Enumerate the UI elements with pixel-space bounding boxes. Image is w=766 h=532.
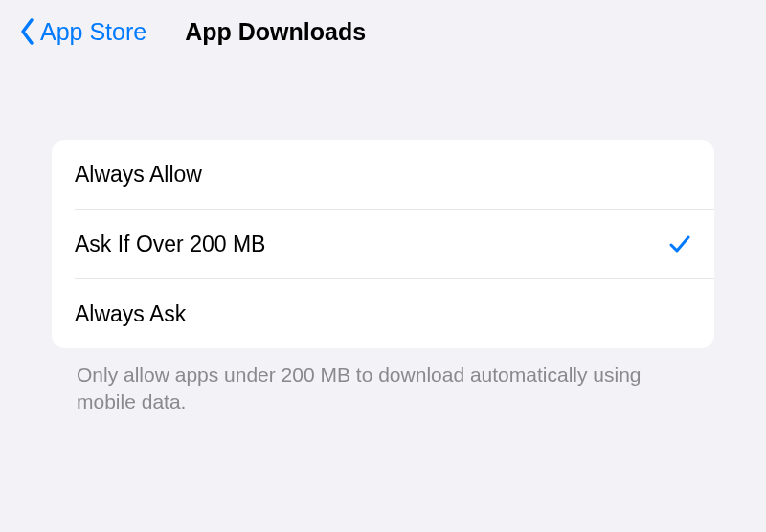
back-label: App Store [40,18,146,46]
page-title: App Downloads [185,18,366,46]
option-group: Always Allow Ask If Over 200 MB Always A… [52,140,714,348]
option-ask-if-over-200mb[interactable]: Ask If Over 200 MB [52,210,714,278]
footer-text: Only allow apps under 200 MB to download… [52,348,714,416]
option-always-ask[interactable]: Always Ask [52,279,714,348]
option-label: Always Ask [75,301,186,327]
chevron-left-icon [19,17,36,46]
nav-bar: App Store App Downloads [0,0,766,63]
option-label: Ask If Over 200 MB [75,232,265,257]
option-label: Always Allow [75,162,202,188]
checkmark-icon [668,233,691,255]
back-button[interactable]: App Store [19,17,146,46]
option-always-allow[interactable]: Always Allow [52,140,714,209]
content: Always Allow Ask If Over 200 MB Always A… [0,63,766,416]
